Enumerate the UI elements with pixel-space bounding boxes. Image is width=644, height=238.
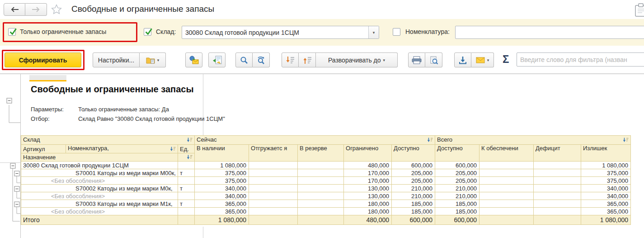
sort-icon[interactable]: [170, 146, 176, 153]
favorite-star-icon[interactable]: [51, 4, 62, 17]
value-cell[interactable]: [534, 177, 581, 185]
expand-groups-button[interactable]: [299, 52, 316, 67]
value-cell[interactable]: 340,000: [195, 192, 249, 200]
generate-button[interactable]: Сформировать: [5, 52, 81, 67]
value-cell[interactable]: 170,000: [344, 169, 392, 177]
value-cell[interactable]: 480,000: [344, 162, 392, 169]
sort-icon[interactable]: [427, 137, 433, 144]
value-cell[interactable]: 375,000: [581, 169, 631, 177]
value-cell[interactable]: 130,000: [344, 192, 392, 200]
value-cell[interactable]: 600,000: [435, 215, 479, 225]
collapse-toggle[interactable]: [14, 202, 19, 207]
value-cell[interactable]: 180,000: [344, 200, 392, 208]
value-cell[interactable]: [534, 169, 581, 177]
header-v-rezerve[interactable]: В резерве: [298, 145, 344, 162]
value-cell[interactable]: [479, 162, 534, 169]
value-cell[interactable]: 600,000: [392, 162, 435, 169]
save-button[interactable]: [454, 52, 471, 67]
value-cell[interactable]: 130,000: [344, 185, 392, 192]
value-cell[interactable]: 205,000: [392, 177, 435, 185]
value-cell[interactable]: [479, 169, 534, 177]
search-next-button[interactable]: [253, 52, 270, 67]
header-now[interactable]: Сейчас: [195, 136, 435, 145]
value-cell[interactable]: 375,000: [195, 177, 249, 185]
sort-icon[interactable]: [187, 137, 193, 144]
value-cell[interactable]: 365,000: [195, 200, 249, 208]
row-unit-cell[interactable]: т: [178, 200, 195, 208]
value-cell[interactable]: [534, 215, 581, 225]
report-variants-button[interactable]: ▾: [140, 52, 166, 67]
expand-to-button[interactable]: Разворачивать до ▾: [316, 52, 398, 67]
value-cell[interactable]: [249, 200, 298, 208]
value-cell[interactable]: [534, 185, 581, 192]
value-cell[interactable]: 600,000: [392, 215, 435, 225]
value-cell[interactable]: [479, 192, 534, 200]
value-cell[interactable]: [298, 192, 344, 200]
header-deficit[interactable]: Дефицит: [534, 145, 581, 162]
value-cell[interactable]: 365,000: [195, 208, 249, 215]
value-cell[interactable]: 340,000: [581, 185, 631, 192]
value-cell[interactable]: [298, 215, 344, 225]
value-cell[interactable]: [298, 169, 344, 177]
value-cell[interactable]: [249, 177, 298, 185]
update-from-source-button[interactable]: [208, 52, 226, 67]
collapse-groups-button[interactable]: [282, 52, 299, 67]
header-dostupno-total[interactable]: Доступно: [435, 145, 479, 162]
value-cell[interactable]: 340,000: [195, 185, 249, 192]
value-cell[interactable]: [534, 162, 581, 169]
value-cell[interactable]: [249, 162, 298, 169]
row-name-cell[interactable]: Итого: [21, 215, 178, 225]
send-by-mail-button[interactable]: ▾: [471, 52, 494, 67]
selected-cell[interactable]: [29, 75, 66, 81]
sklad-input[interactable]: [182, 26, 368, 38]
value-cell[interactable]: [249, 208, 298, 215]
value-cell[interactable]: 480,000: [344, 215, 392, 225]
row-name-cell[interactable]: <Без обособления>: [21, 208, 178, 215]
value-cell[interactable]: 1 080,000: [581, 215, 631, 225]
nomenklatura-checkbox[interactable]: [393, 28, 400, 36]
collapse-toggle[interactable]: [7, 98, 12, 103]
row-name-cell[interactable]: S70003 Катоды из меди марки М1к,: [21, 200, 178, 208]
clipboard-icon[interactable]: [635, 3, 644, 19]
row-unit-cell[interactable]: [178, 192, 195, 200]
print-preview-button[interactable]: [425, 52, 442, 67]
collapse-toggle[interactable]: [10, 163, 15, 168]
value-cell[interactable]: 185,000: [435, 200, 479, 208]
value-cell[interactable]: [479, 208, 534, 215]
header-ogranicheno[interactable]: Ограничено: [344, 145, 392, 162]
value-cell[interactable]: [298, 208, 344, 215]
row-name-cell[interactable]: S70001 Катоды из меди марки М00к,: [21, 169, 178, 177]
value-cell[interactable]: [534, 192, 581, 200]
row-name-cell[interactable]: <Без обособления>: [21, 192, 178, 200]
sort-icon[interactable]: [187, 154, 193, 161]
header-unit[interactable]: Ед.: [178, 145, 195, 153]
row-unit-cell[interactable]: [178, 177, 195, 185]
sklad-dropdown-button[interactable]: ▾: [368, 26, 379, 38]
value-cell[interactable]: [249, 185, 298, 192]
value-cell[interactable]: 205,000: [435, 177, 479, 185]
value-cell[interactable]: 185,000: [392, 200, 435, 208]
value-cell[interactable]: 365,000: [581, 200, 631, 208]
header-v-nalichii[interactable]: В наличии: [195, 145, 249, 162]
value-cell[interactable]: [298, 162, 344, 169]
value-cell[interactable]: 180,000: [344, 208, 392, 215]
row-name-cell[interactable]: 30080 Склад готовой продукции 1СЦМ: [21, 162, 178, 169]
table-filter-input[interactable]: [517, 52, 644, 67]
header-naznachenie[interactable]: Назначение: [21, 153, 178, 162]
sort-icon[interactable]: [623, 137, 629, 144]
header-nomenclature[interactable]: Номенклатура,: [66, 145, 178, 153]
value-cell[interactable]: 205,000: [392, 169, 435, 177]
value-cell[interactable]: [479, 215, 534, 225]
value-cell[interactable]: [249, 192, 298, 200]
header-total[interactable]: Всего: [435, 136, 631, 145]
header-naznachenie-sort[interactable]: [178, 153, 195, 162]
value-cell[interactable]: 185,000: [392, 208, 435, 215]
collapse-toggle[interactable]: [14, 171, 19, 176]
header-otgruzhaetsya[interactable]: Отгружаетс я: [249, 145, 298, 162]
row-name-cell[interactable]: <Без обособления>: [21, 177, 178, 185]
send-report-button[interactable]: [185, 52, 202, 67]
value-cell[interactable]: 365,000: [581, 208, 631, 215]
value-cell[interactable]: 1 080,000: [581, 162, 631, 169]
row-unit-cell[interactable]: [178, 208, 195, 215]
value-cell[interactable]: 210,000: [435, 185, 479, 192]
